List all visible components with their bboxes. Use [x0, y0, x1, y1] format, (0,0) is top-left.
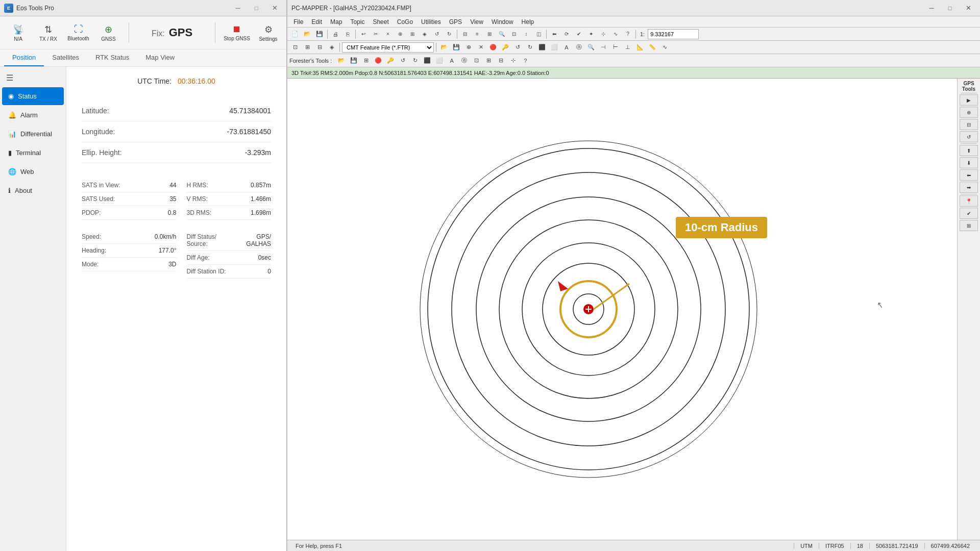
tb-b10[interactable]: ≡	[472, 29, 483, 40]
tb2-b16[interactable]: ⓐ	[573, 42, 584, 53]
menu-gps[interactable]: GPS	[445, 17, 466, 27]
tb-b20[interactable]: ⊹	[598, 29, 609, 40]
sidebar-item-differential[interactable]: 📊 Differential	[2, 125, 64, 143]
toolbar-na[interactable]: 📡 N/A	[4, 18, 32, 47]
tb-b8[interactable]: ↻	[444, 29, 455, 40]
ft-b2[interactable]: 💾	[348, 55, 359, 66]
tb2-b11[interactable]: ↺	[512, 42, 523, 53]
tb-b19[interactable]: ✦	[585, 29, 597, 40]
tb-save[interactable]: 💾	[314, 29, 325, 40]
ft-b5[interactable]: 🔑	[385, 55, 396, 66]
gps-tool-7[interactable]: ⬅	[960, 169, 978, 181]
toolbar-gnss[interactable]: ⊕ GNSS	[94, 18, 122, 47]
tb-b1[interactable]: ↩	[358, 29, 369, 40]
left-minimize-btn[interactable]: ─	[230, 3, 246, 14]
gps-tool-8[interactable]: ➡	[960, 182, 978, 193]
tb2-b21[interactable]: 📐	[634, 42, 646, 53]
ft-b14[interactable]: ⊟	[495, 55, 506, 66]
tb-b5[interactable]: ⊞	[407, 29, 418, 40]
menu-cogo[interactable]: CoGo	[393, 17, 417, 27]
sidebar-item-about[interactable]: ℹ About	[2, 182, 64, 199]
ft-b7[interactable]: ↻	[409, 55, 421, 66]
ft-b15[interactable]: ⊹	[507, 55, 519, 66]
right-close-btn[interactable]: ✕	[961, 3, 976, 14]
tb2-b1[interactable]: ⊡	[289, 42, 301, 53]
gps-tool-2[interactable]: ⊕	[960, 107, 978, 118]
tb-b12[interactable]: 🔍	[496, 29, 507, 40]
gps-tool-5[interactable]: ⬆	[960, 145, 978, 156]
gps-tool-1[interactable]: ▶	[960, 94, 978, 106]
gps-tool-11[interactable]: ⊞	[960, 220, 978, 231]
menu-edit[interactable]: Edit	[307, 17, 326, 27]
menu-help[interactable]: Help	[518, 17, 538, 27]
tb2-b13[interactable]: ⬛	[536, 42, 548, 53]
ft-b3[interactable]: ⊞	[360, 55, 372, 66]
tb2-b2[interactable]: ⊞	[302, 42, 313, 53]
tb-open[interactable]: 📂	[302, 29, 313, 40]
ft-b12[interactable]: ⊡	[471, 55, 482, 66]
tb2-b17[interactable]: 🔍	[585, 42, 597, 53]
ft-b11[interactable]: ⓐ	[458, 55, 470, 66]
tb2-b15[interactable]: A	[561, 42, 572, 53]
toolbar-bluetooth[interactable]: ⛶ Bluetooth	[64, 18, 92, 47]
tb-b14[interactable]: ↕	[521, 29, 532, 40]
ft-b9[interactable]: ⬜	[434, 55, 445, 66]
menu-map[interactable]: Map	[326, 17, 346, 27]
menu-file[interactable]: File	[289, 17, 307, 27]
tb2-b14[interactable]: ⬜	[549, 42, 560, 53]
tb-b13[interactable]: ⊡	[508, 29, 520, 40]
tb2-b22[interactable]: 📏	[647, 42, 658, 53]
feature-file-select[interactable]: CMT Feature File (*.FTR)	[342, 42, 434, 53]
tb-b15[interactable]: ◫	[533, 29, 544, 40]
menu-sheet[interactable]: Sheet	[369, 17, 393, 27]
sidebar-item-terminal[interactable]: ▮ Terminal	[2, 144, 64, 162]
right-minimize-btn[interactable]: ─	[924, 3, 939, 14]
tb-copy[interactable]: ⎘	[342, 29, 353, 40]
stop-gnss-btn[interactable]: ⏹ Stop GNSS	[222, 18, 252, 47]
ft-b1[interactable]: 📂	[336, 55, 347, 66]
ft-b6[interactable]: ↺	[397, 55, 408, 66]
gps-tool-4[interactable]: ↺	[960, 131, 978, 142]
ft-b8[interactable]: ⬛	[422, 55, 433, 66]
tb-help[interactable]: ?	[622, 29, 633, 40]
tb2-b12[interactable]: ↻	[524, 42, 535, 53]
tb-b9[interactable]: ⊟	[459, 29, 471, 40]
tb2-b4[interactable]: ◈	[326, 42, 337, 53]
tab-map-view[interactable]: Map View	[137, 49, 183, 66]
tb-b21[interactable]: ∿	[610, 29, 621, 40]
tb-b2[interactable]: ✂	[370, 29, 381, 40]
tab-satellites[interactable]: Satellites	[44, 49, 87, 66]
menu-view[interactable]: View	[466, 17, 487, 27]
map-canvas[interactable]: 10-cm Radius ↖	[287, 79, 957, 540]
menu-utilities[interactable]: Utilities	[417, 17, 445, 27]
tb2-b9[interactable]: 🔴	[487, 42, 499, 53]
settings-btn[interactable]: ⚙ Settings	[254, 18, 282, 47]
tb-print[interactable]: 🖨	[330, 29, 341, 40]
gps-tool-3[interactable]: ⊟	[960, 119, 978, 130]
tb2-b8[interactable]: ✕	[475, 42, 486, 53]
tb-b18[interactable]: ✔	[573, 29, 584, 40]
tab-rtk-status[interactable]: RTK Status	[87, 49, 137, 66]
sidebar-item-alarm[interactable]: 🔔 Alarm	[2, 106, 64, 124]
tb-b16[interactable]: ⬅	[549, 29, 560, 40]
tb-new[interactable]: 📄	[289, 29, 301, 40]
left-close-btn[interactable]: ✕	[267, 3, 282, 14]
sidebar-item-status[interactable]: ◉ Status	[2, 87, 64, 105]
ft-b13[interactable]: ⊞	[483, 55, 494, 66]
ft-b16[interactable]: ?	[520, 55, 531, 66]
tb-b11[interactable]: ⊞	[484, 29, 495, 40]
toolbar-tx-rx[interactable]: ⇅ TX / RX	[34, 18, 62, 47]
tb2-b6[interactable]: 💾	[451, 42, 462, 53]
menu-topic[interactable]: Topic	[346, 17, 369, 27]
tab-position[interactable]: Position	[4, 49, 44, 66]
tb-b17[interactable]: ⟳	[561, 29, 572, 40]
sidebar-item-web[interactable]: 🌐 Web	[2, 163, 64, 181]
tb2-b7[interactable]: ⊕	[463, 42, 474, 53]
tb-b6[interactable]: ◈	[419, 29, 430, 40]
tb2-b10[interactable]: 🔑	[500, 42, 511, 53]
coord-input[interactable]	[648, 29, 699, 39]
tb-b4[interactable]: ⊕	[395, 29, 406, 40]
tb2-b19[interactable]: ⊢	[610, 42, 621, 53]
tb2-b18[interactable]: ⊣	[598, 42, 609, 53]
gps-tool-10[interactable]: ✔	[960, 208, 978, 219]
